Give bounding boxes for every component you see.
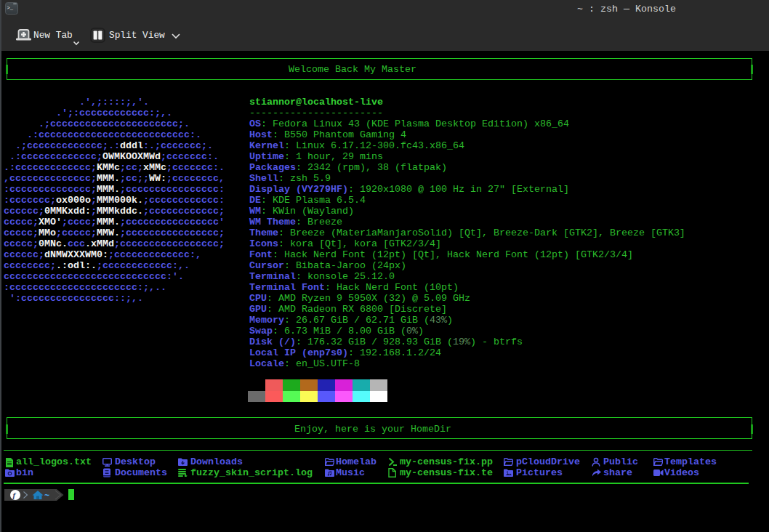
svg-text:>_: >_ [7,5,14,11]
svg-text:~: ~ [44,491,49,501]
